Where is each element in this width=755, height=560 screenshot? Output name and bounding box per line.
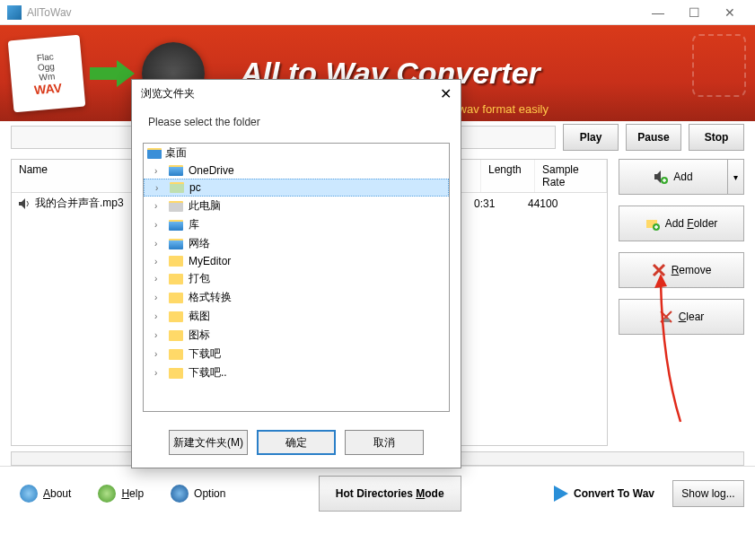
clear-button[interactable]: Clear [619,299,744,335]
decor-icon [692,34,746,97]
tree-item[interactable]: ›网络 [144,234,449,253]
folder-icon [169,256,183,267]
about-button[interactable]: About [11,476,80,512]
app-icon [7,5,22,20]
svg-marker-1 [19,198,25,209]
cancel-button[interactable]: 取消 [345,430,424,455]
folder-icon [169,330,183,341]
remove-button[interactable]: Remove [619,252,744,288]
folder-icon [169,239,183,249]
folder-icon [169,368,183,379]
folder-icon [169,349,183,360]
folder-icon [169,274,183,284]
dialog-title: 浏览文件夹 [141,86,195,101]
tree-label: 网络 [189,236,210,251]
info-icon [20,485,38,503]
source-formats-icon: Flac Ogg Wm WAV [8,34,86,112]
expand-icon[interactable]: › [154,257,163,267]
folder-icon [170,182,184,193]
help-button[interactable]: Help [89,476,153,512]
play-button[interactable]: Play [563,124,619,151]
row-length: 0:31 [474,197,528,210]
maximize-button[interactable]: ☐ [676,2,712,23]
browse-folder-dialog: 浏览文件夹 ✕ Please select the folder 桌面 ›One… [131,79,461,468]
svg-marker-2 [654,171,661,183]
option-label: Option [194,487,225,500]
expand-icon[interactable]: › [154,274,163,284]
tree-label: 格式转换 [189,290,232,305]
add-dropdown[interactable]: ▾ [728,159,744,195]
tree-label: 库 [189,217,199,232]
dialog-titlebar[interactable]: 浏览文件夹 ✕ [132,80,461,107]
expand-icon[interactable]: › [154,330,163,340]
folder-icon [169,311,183,322]
tree-label: OneDrive [189,164,234,177]
tree-item[interactable]: ›此电脑 [144,197,449,215]
show-log-button[interactable]: Show log... [672,480,744,507]
tree-item[interactable]: ›打包 [144,269,449,288]
expand-icon[interactable]: › [154,311,163,321]
bottom-bar: About Help Option Hot Directories Mode C… [0,466,755,521]
minimize-button[interactable]: — [640,2,676,23]
tree-item[interactable]: ›pc [144,179,449,197]
close-button[interactable]: ✕ [712,2,748,23]
add-label: Add [673,171,692,183]
folder-tree[interactable]: 桌面 ›OneDrive›pc›此电脑›库›网络›MyEditor›打包›格式转… [143,143,450,412]
col-rate[interactable]: Sample Rate [535,160,607,192]
folder-icon [169,293,183,303]
expand-icon[interactable]: › [154,201,163,211]
tree-item[interactable]: ›OneDrive [144,162,449,179]
expand-icon[interactable]: › [154,166,163,176]
dialog-message: Please select the folder [132,107,461,137]
speaker-plus-icon [654,170,668,184]
folder-icon [169,201,183,212]
expand-icon[interactable]: › [154,220,163,230]
tree-label: 此电脑 [189,198,221,214]
side-buttons: Add ▾ Add Folder Remove Clear [619,159,744,446]
remove-icon [652,263,666,277]
play-icon [554,486,568,502]
tree-item[interactable]: ›下载吧 [144,345,449,363]
tree-item[interactable]: ›格式转换 [144,288,449,307]
expand-icon[interactable]: › [154,349,163,359]
window-title: AllToWav [27,6,640,19]
expand-icon[interactable]: › [154,368,163,378]
tree-item[interactable]: ›库 [144,215,449,234]
help-icon [98,485,116,503]
convert-button[interactable]: Convert To Wav [545,476,663,512]
folder-icon [169,220,183,231]
expand-icon[interactable]: › [154,293,163,302]
stop-button[interactable]: Stop [689,124,744,151]
clear-icon [659,310,673,324]
add-button[interactable]: Add [619,159,728,195]
pause-button[interactable]: Pause [626,124,681,151]
tree-root[interactable]: 桌面 [144,144,449,162]
ok-button[interactable]: 确定 [257,430,336,455]
desktop-icon [147,148,162,159]
tree-item[interactable]: ›MyEditor [144,253,449,269]
svg-rect-6 [663,319,670,322]
expand-icon[interactable]: › [155,183,164,193]
hot-directories-button[interactable]: Hot Directories Mode [319,476,461,512]
tree-label: 图标 [189,328,210,343]
arrow-icon [90,60,135,87]
option-button[interactable]: Option [162,476,234,512]
expand-icon[interactable]: › [154,239,163,249]
tree-label: 下载吧 [189,346,221,362]
col-length[interactable]: Length [481,160,535,192]
tree-label: MyEditor [189,255,231,267]
tree-item[interactable]: ›图标 [144,326,449,345]
tree-label: 截图 [189,309,210,324]
svg-marker-0 [90,60,135,87]
titlebar: AllToWav — ☐ ✕ [0,0,755,25]
sound-icon [19,198,31,209]
tree-label: 下载吧.. [189,365,227,381]
gear-icon [171,485,189,503]
tree-label: pc [189,181,201,194]
new-folder-button[interactable]: 新建文件夹(M) [169,430,248,455]
add-folder-button[interactable]: Add Folder [619,206,744,241]
tree-label: 打包 [189,271,210,286]
tree-item[interactable]: ›截图 [144,307,449,326]
dialog-close-button[interactable]: ✕ [440,85,452,102]
tree-item[interactable]: ›下载吧.. [144,363,449,382]
